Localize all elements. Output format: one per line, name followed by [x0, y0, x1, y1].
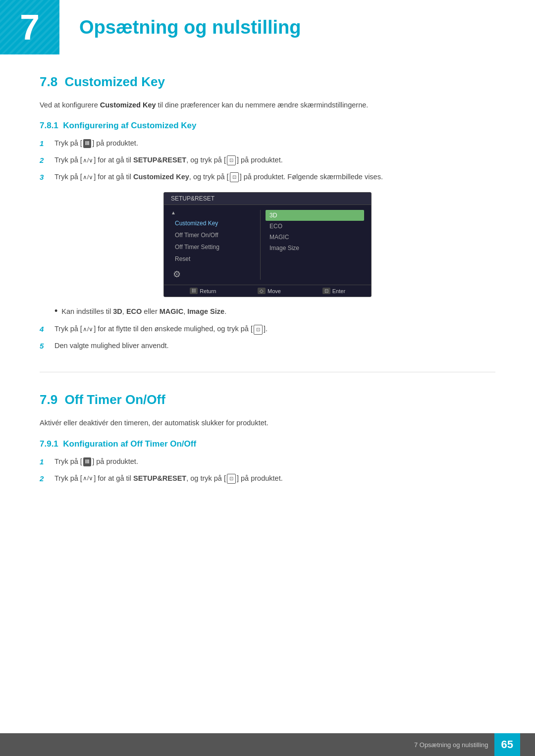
section-781-heading: 7.8.1 Konfigurering af Customized Key: [40, 121, 495, 131]
section-divider: [40, 372, 495, 372]
steps-781-cont: 4 Tryk på [∧/∨] for at flytte til den øn…: [40, 323, 495, 352]
osd-move-icon: ◇: [258, 288, 266, 294]
section-79-heading: 7.9 Off Timer On/Off: [40, 392, 495, 407]
step-2: 2 Tryk på [∧/∨] for at gå til SETUP&RESE…: [40, 154, 495, 166]
osd-body: ▲ Customized Key Off Timer On/Off Off Ti…: [164, 205, 371, 285]
osd-return-icon: III: [190, 288, 198, 294]
menu-icon-1: III: [83, 139, 91, 148]
enter-icon-2: ⊡: [227, 155, 236, 165]
step-5: 5 Den valgte mulighed bliver anvendt.: [40, 340, 495, 352]
osd-footer-move: ◇ Move: [258, 288, 281, 294]
header-banner: 7 Opsætning og nulstilling: [0, 0, 535, 54]
step-3: 3 Tryk på [∧/∨] for at gå til Customized…: [40, 171, 495, 183]
osd-left-menu: ▲ Customized Key Off Timer On/Off Off Ti…: [171, 210, 260, 280]
bullet-list-78: • Kan indstilles til 3D, ECO eller MAGIC…: [54, 306, 495, 317]
bullet-item-1: • Kan indstilles til 3D, ECO eller MAGIC…: [54, 306, 495, 317]
osd-right-submenu: 3D ECO MAGIC Image Size: [260, 210, 364, 280]
chapter-title-area: Opsætning og nulstilling: [59, 0, 301, 54]
step-1: 1 Tryk på [III] på produktet.: [40, 138, 495, 150]
osd-menu-reset: Reset: [171, 253, 255, 265]
section-79: 7.9 Off Timer On/Off Aktivér eller deakt…: [40, 392, 495, 484]
section-78-heading: 7.8 Customized Key: [40, 74, 495, 90]
osd-menu-off-timer-onoff: Off Timer On/Off: [171, 229, 255, 241]
step-4: 4 Tryk på [∧/∨] for at flytte til den øn…: [40, 323, 495, 335]
osd-submenu-image-size: Image Size: [266, 243, 364, 253]
chapter-number-box: 7: [0, 0, 59, 54]
osd-screenshot: SETUP&RESET ▲ Customized Key Off Timer O…: [163, 192, 372, 297]
arrow-icon-2: ∧/∨: [83, 156, 93, 165]
menu-icon-791-1: III: [83, 457, 91, 466]
osd-title-bar: SETUP&RESET: [164, 193, 371, 205]
step-791-2: 2 Tryk på [∧/∨] for at gå til SETUP&RESE…: [40, 473, 495, 485]
osd-settings-icon: ⚙: [171, 269, 255, 280]
osd-footer-return: III Return: [190, 288, 216, 294]
footer-chapter-label: 7 Opsætning og nulstilling: [414, 741, 488, 749]
bullet-dot: •: [54, 306, 57, 317]
steps-791: 1 Tryk på [III] på produktet. 2 Tryk på …: [40, 456, 495, 485]
section-78: 7.8 Customized Key Ved at konfigurere Cu…: [40, 74, 495, 352]
osd-submenu-eco: ECO: [266, 221, 364, 232]
main-content: 7.8 Customized Key Ved at konfigurere Cu…: [0, 74, 535, 544]
enter-icon-3: ⊡: [230, 172, 239, 182]
osd-footer: III Return ◇ Move ⊡ Enter: [164, 285, 371, 297]
osd-scroll-indicator: ▲: [171, 210, 176, 215]
section-79-intro: Aktivér eller deaktivér den timeren, der…: [40, 417, 495, 429]
section-791-heading: 7.9.1 Konfiguration af Off Timer On/Off: [40, 439, 495, 449]
chapter-title: Opsætning og nulstilling: [79, 17, 301, 38]
footer-page-number: 65: [494, 733, 520, 756]
osd-submenu-magic: MAGIC: [266, 232, 364, 243]
arrow-icon-791-2: ∧/∨: [83, 474, 93, 483]
enter-icon-4: ⊡: [254, 325, 263, 335]
osd-footer-enter: ⊡ Enter: [322, 288, 345, 294]
step-791-1: 1 Tryk på [III] på produktet.: [40, 456, 495, 468]
osd-menu-off-timer-setting: Off Timer Setting: [171, 241, 255, 253]
chapter-number: 7: [20, 7, 40, 48]
osd-menu-customized-key: Customized Key: [171, 217, 255, 229]
arrow-icon-3: ∧/∨: [83, 173, 93, 182]
page-footer: 7 Opsætning og nulstilling 65: [0, 733, 535, 756]
enter-icon-791-2: ⊡: [227, 474, 236, 484]
steps-781: 1 Tryk på [III] på produktet. 2 Tryk på …: [40, 138, 495, 183]
section-78-intro: Ved at konfigurere Customized Key til di…: [40, 100, 495, 111]
osd-enter-icon: ⊡: [322, 288, 330, 294]
arrow-icon-4: ∧/∨: [83, 325, 93, 334]
osd-submenu-3d: 3D: [266, 210, 364, 221]
